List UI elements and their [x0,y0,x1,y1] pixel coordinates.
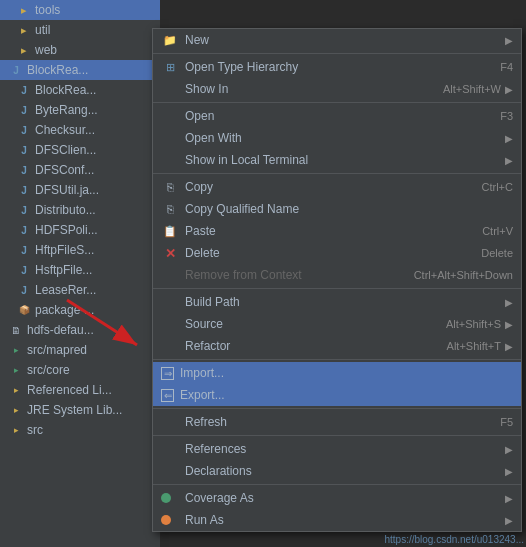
tree-item-srccore[interactable]: ▸ src/core [0,360,160,380]
open-with-icon [161,129,179,147]
menu-item-label: Show In [185,82,423,96]
tree-item-label: LeaseRer... [35,283,96,297]
menu-item-references[interactable]: References ▶ [153,438,521,460]
java-icon: J [16,102,32,118]
tree-item-src[interactable]: ▸ src [0,420,160,440]
tree-item-byterang[interactable]: J ByteRang... [0,100,160,120]
src-folder-icon: ▸ [8,362,24,378]
tree-item-package[interactable]: 📦 package-... [0,300,160,320]
submenu-arrow: ▶ [505,493,513,504]
menu-separator [153,408,521,409]
menu-shortcut: Ctrl+C [482,181,513,193]
java-icon: J [16,222,32,238]
menu-item-label: Open [185,109,480,123]
copy-qualified-icon: ⎘ [161,200,179,218]
menu-item-label: New [185,33,501,47]
tree-item-hdfs-default[interactable]: 🗎 hdfs-defau... [0,320,160,340]
java-icon: J [16,162,32,178]
menu-item-show-local-terminal[interactable]: Show in Local Terminal ▶ [153,149,521,171]
tree-item-srcmapred[interactable]: ▸ src/mapred [0,340,160,360]
submenu-arrow: ▶ [505,297,513,308]
java-icon: J [16,282,32,298]
tree-item-dfsclient[interactable]: J DFSClien... [0,140,160,160]
menu-item-open-with[interactable]: Open With ▶ [153,127,521,149]
tree-item-hdfspoli[interactable]: J HDFSPoli... [0,220,160,240]
paste-icon: 📋 [161,222,179,240]
java-icon: J [16,242,32,258]
tree-item-checksur[interactable]: J Checksur... [0,120,160,140]
menu-item-label: Copy [185,180,462,194]
menu-item-refresh[interactable]: Refresh F5 [153,411,521,433]
tree-item-util[interactable]: ▸ util [0,20,160,40]
menu-item-label: References [185,442,501,456]
menu-item-new[interactable]: 📁 New ▶ [153,29,521,51]
menu-item-coverage-as[interactable]: Coverage As ▶ [153,487,521,509]
submenu-arrow: ▶ [505,84,513,95]
hierarchy-icon: ⊞ [161,58,179,76]
refresh-icon [161,413,179,431]
menu-separator [153,102,521,103]
menu-item-delete[interactable]: ✕ Delete Delete [153,242,521,264]
tree-item-blockrea2[interactable]: J BlockRea... [0,80,160,100]
menu-item-source[interactable]: Source Alt+Shift+S ▶ [153,313,521,335]
menu-item-paste[interactable]: 📋 Paste Ctrl+V [153,220,521,242]
tree-item-label: HftpFileS... [35,243,94,257]
menu-separator [153,53,521,54]
tree-item-dfsutil[interactable]: J DFSUtil.ja... [0,180,160,200]
menu-shortcut: Ctrl+Alt+Shift+Down [414,269,513,281]
tree-item-distributo[interactable]: J Distributo... [0,200,160,220]
tree-item-jre-lib[interactable]: ▸ JRE System Lib... [0,400,160,420]
java-icon: J [16,182,32,198]
tree-item-label: JRE System Lib... [27,403,122,417]
java-icon: J [8,62,24,78]
menu-item-label: Refresh [185,415,480,429]
menu-item-build-path[interactable]: Build Path ▶ [153,291,521,313]
menu-item-copy[interactable]: ⎘ Copy Ctrl+C [153,176,521,198]
java-icon: J [16,262,32,278]
menu-separator [153,359,521,360]
tree-item-hftpfiles[interactable]: J HftpFileS... [0,240,160,260]
menu-item-open-type-hierarchy[interactable]: ⊞ Open Type Hierarchy F4 [153,56,521,78]
menu-item-label: Show in Local Terminal [185,153,501,167]
menu-shortcut: Alt+Shift+W [443,83,501,95]
open-icon [161,107,179,125]
tree-item-label: src [27,423,43,437]
java-icon: J [16,122,32,138]
menu-item-import[interactable]: ⇒ Import... [153,362,521,384]
tree-item-label: ByteRang... [35,103,98,117]
menu-item-label: Build Path [185,295,501,309]
export-icon: ⇐ [161,389,174,402]
tree-item-dfsconf[interactable]: J DFSConf... [0,160,160,180]
menu-item-run-as[interactable]: Run As ▶ [153,509,521,531]
menu-item-label: Export... [180,388,513,402]
menu-item-copy-qualified[interactable]: ⎘ Copy Qualified Name [153,198,521,220]
terminal-icon [161,151,179,169]
new-icon: 📁 [161,31,179,49]
menu-item-refactor[interactable]: Refactor Alt+Shift+T ▶ [153,335,521,357]
folder-icon: ▸ [16,2,32,18]
references-icon [161,440,179,458]
menu-item-label: Remove from Context [185,268,394,282]
menu-separator [153,435,521,436]
menu-item-export[interactable]: ⇐ Export... [153,384,521,406]
menu-item-open[interactable]: Open F3 [153,105,521,127]
java-icon: J [16,202,32,218]
tree-item-label: src/core [27,363,70,377]
menu-item-label: Paste [185,224,462,238]
menu-item-show-in[interactable]: Show In Alt+Shift+W ▶ [153,78,521,100]
tree-item-tools[interactable]: ▸ tools [0,0,160,20]
submenu-arrow: ▶ [505,466,513,477]
menu-shortcut: Alt+Shift+T [447,340,501,352]
tree-item-label: DFSConf... [35,163,94,177]
package-icon: 📦 [16,302,32,318]
menu-item-declarations[interactable]: Declarations ▶ [153,460,521,482]
tree-item-hsftpfile[interactable]: J HsftpFile... [0,260,160,280]
menu-item-label: Delete [185,246,461,260]
tree-item-leaserer[interactable]: J LeaseRer... [0,280,160,300]
tree-item-web[interactable]: ▸ web [0,40,160,60]
run-icon [161,515,171,525]
show-in-icon [161,80,179,98]
tree-item-blockrea1[interactable]: J BlockRea... [0,60,160,80]
submenu-arrow: ▶ [505,133,513,144]
tree-item-referenced-lib[interactable]: ▸ Referenced Li... [0,380,160,400]
